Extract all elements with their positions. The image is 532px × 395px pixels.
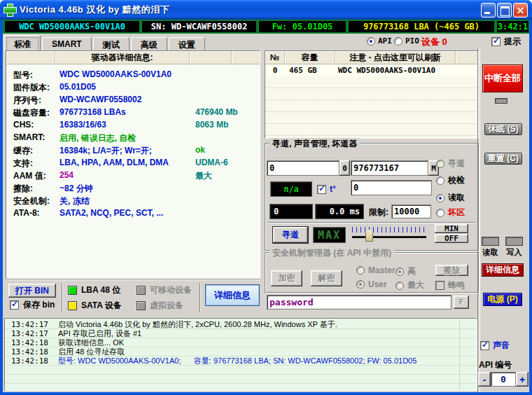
beep-checkbox-box[interactable] bbox=[435, 281, 444, 290]
tab-设置[interactable]: 设置 bbox=[169, 37, 205, 50]
detail-extra: ok bbox=[195, 145, 205, 155]
detail-label: 支持: bbox=[13, 158, 33, 169]
temperature-checkbox-box[interactable] bbox=[317, 185, 326, 194]
aam-slider[interactable] bbox=[352, 225, 426, 244]
pio-radio-circle[interactable] bbox=[394, 37, 402, 46]
detail-row: 序列号:WD-WCAWF0558002 bbox=[6, 95, 260, 107]
decrypt-button[interactable]: 解密 bbox=[311, 270, 342, 286]
end-lba-input[interactable] bbox=[351, 160, 428, 176]
tab-标准[interactable]: 标准 bbox=[4, 35, 41, 50]
passport-sidebar-button[interactable]: 详细信息 bbox=[482, 263, 524, 277]
action-radio-label: 校检 bbox=[448, 174, 465, 186]
master-radio-circle[interactable] bbox=[356, 266, 365, 275]
max-radio[interactable]: 最大 bbox=[396, 279, 424, 291]
user-radio-circle[interactable] bbox=[356, 280, 365, 289]
detail-row: CHS:16383/16/638063 Mb bbox=[6, 120, 260, 132]
action-radio-寻道[interactable]: 寻道 bbox=[436, 158, 465, 169]
aam-level-lcd: MAX bbox=[313, 227, 346, 243]
details-header-cell bbox=[6, 51, 55, 64]
api-number-decrement-button[interactable]: - bbox=[478, 372, 491, 387]
sound-label: 声音 bbox=[493, 340, 510, 352]
save-bin-checkbox[interactable]: 保存 bin bbox=[10, 299, 55, 311]
api-radio-circle[interactable] bbox=[367, 37, 375, 46]
drive-list-header-cell[interactable] bbox=[456, 51, 478, 64]
passport-button[interactable]: 详细信息 bbox=[205, 284, 260, 306]
drive-row-capacity: 465 GB bbox=[285, 66, 335, 75]
action-radio-circle[interactable] bbox=[436, 176, 444, 185]
legend-label: 可移动设备 bbox=[150, 284, 192, 296]
tab-SMART[interactable]: SMART bbox=[42, 37, 92, 50]
drive-details-panel: 驱动器详细信息: 型号:WDC WD5000AAKS-00V1A0固件版本:05… bbox=[6, 50, 260, 279]
api-number-increment-button[interactable]: + bbox=[516, 372, 528, 387]
high-radio-circle[interactable] bbox=[396, 268, 404, 276]
log-line: 13:42:18获取详细信息... OK bbox=[5, 338, 477, 347]
sleep-button[interactable]: 休眠 (S) bbox=[484, 123, 522, 135]
api-number-label: API 编号 bbox=[479, 359, 512, 371]
master-radio[interactable]: Master bbox=[356, 265, 396, 275]
minimize-button[interactable] bbox=[481, 3, 496, 18]
high-radio[interactable]: 高 bbox=[396, 265, 416, 277]
window-title: Victoria 4.46b 汉化 by 黯然的泪下 bbox=[20, 4, 169, 16]
aam-off-button[interactable]: OFF bbox=[435, 234, 468, 243]
encrypt-button[interactable]: 加密 bbox=[271, 270, 302, 286]
sound-checkbox[interactable]: 声音 bbox=[480, 340, 510, 352]
infobar-segment-2: Fw: 05.01D05 bbox=[258, 20, 346, 33]
api-mode-radio[interactable]: API bbox=[367, 36, 392, 46]
detail-label: 固件版本: bbox=[13, 82, 50, 94]
seek-button[interactable]: 寻道 bbox=[273, 227, 308, 243]
close-button[interactable] bbox=[513, 3, 528, 18]
temperature-checkbox[interactable]: t° bbox=[317, 184, 336, 194]
max-radio-circle[interactable] bbox=[396, 282, 404, 290]
aam-min-button[interactable]: MIN bbox=[435, 224, 468, 233]
user-radio[interactable]: User bbox=[356, 279, 387, 289]
log-line: 13:42:17API 存取已启用, 设备 #1 bbox=[5, 329, 477, 338]
pio-mode-radio[interactable]: PIO bbox=[394, 36, 419, 46]
action-radio-校检[interactable]: 校检 bbox=[436, 174, 465, 186]
beep-checkbox[interactable]: 蜂鸣 bbox=[435, 279, 465, 291]
seek-group: 寻道, 声音管理, 坏道器 0 M 寻道校检读取坏区 n/a t° 0 0.0 … bbox=[265, 143, 479, 251]
legend-item: 可移动设备 bbox=[136, 284, 192, 296]
action-radio-circle[interactable] bbox=[436, 194, 444, 202]
tab-测试[interactable]: 测试 bbox=[93, 37, 130, 50]
start-lba-input[interactable] bbox=[267, 160, 340, 176]
erase-button[interactable]: 擦除 bbox=[435, 265, 468, 276]
password-input[interactable] bbox=[267, 295, 451, 310]
hint-checkbox-box[interactable] bbox=[491, 37, 500, 46]
break-all-button[interactable]: 中断全部 bbox=[482, 64, 523, 92]
action-radio-circle[interactable] bbox=[436, 209, 444, 217]
title-bar: Victoria 4.46b 汉化 by 黯然的泪下 bbox=[0, 0, 532, 20]
drive-row[interactable]: 0465 GBWDC WD5000AAKS-00V1A0 bbox=[265, 64, 478, 76]
power-button[interactable]: 电源 (P) bbox=[483, 293, 522, 306]
legend-swatch bbox=[68, 301, 77, 310]
window-controls bbox=[481, 3, 528, 18]
drive-list-header[interactable]: №容量注意 - 点击这里可以刷新 bbox=[265, 51, 478, 64]
open-bin-button[interactable]: 打开 BIN bbox=[8, 284, 56, 298]
reset-button[interactable]: 重置 (C) bbox=[484, 153, 522, 165]
temperature-lcd: n/a bbox=[270, 181, 312, 197]
log-line: 13:42:18启用 48 位寻址存取 bbox=[5, 347, 477, 356]
maximize-button[interactable] bbox=[497, 3, 512, 18]
detail-label: 型号: bbox=[13, 69, 33, 81]
legend-label: 虚拟设备 bbox=[150, 300, 183, 312]
save-bin-checkbox-box[interactable] bbox=[10, 300, 19, 310]
drive-list-header-cell[interactable]: № bbox=[265, 51, 285, 64]
sound-checkbox-box[interactable] bbox=[480, 341, 489, 350]
password-f-button[interactable]: F bbox=[454, 296, 469, 309]
action-radio-circle[interactable] bbox=[436, 160, 444, 168]
current-lba-input[interactable] bbox=[351, 180, 432, 195]
drive-list-header-cell[interactable]: 注意 - 点击这里可以刷新 bbox=[335, 51, 456, 64]
detail-value: ~82 分钟 bbox=[59, 183, 93, 195]
temperature-label: t° bbox=[330, 184, 336, 194]
tab-高级[interactable]: 高级 bbox=[131, 37, 167, 50]
high-radio-label: 高 bbox=[407, 265, 416, 277]
action-radio-坏区[interactable]: 坏区 bbox=[436, 207, 465, 219]
limit-input[interactable] bbox=[391, 205, 431, 219]
start-lba-zero-button[interactable]: 0 bbox=[340, 160, 350, 176]
log-time: 13:42:17 bbox=[11, 320, 48, 329]
drive-list-header-cell[interactable]: 容量 bbox=[285, 51, 335, 64]
hint-checkbox[interactable]: 提示 bbox=[491, 36, 521, 48]
log-message: 启用 48 位寻址存取 bbox=[58, 347, 125, 356]
action-radio-读取[interactable]: 读取 bbox=[436, 192, 465, 204]
action-radio-label: 读取 bbox=[448, 192, 465, 204]
detail-extra: UDMA-6 bbox=[195, 158, 228, 167]
